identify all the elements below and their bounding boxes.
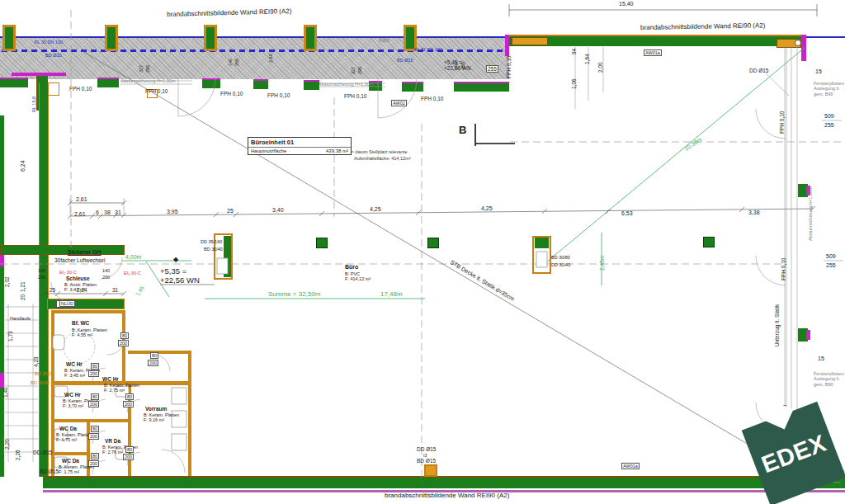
room-bfwc-sub: B: Keram. Platten F: 4,55 m²	[72, 327, 107, 338]
dim-6: 6	[96, 210, 99, 216]
dim-31-s: 31	[112, 287, 118, 293]
room-sicherer-ort: Sicherer Ort	[68, 249, 101, 256]
label-kies: Kies	[379, 37, 389, 43]
tag-aw02: AW02	[391, 100, 407, 106]
label-handlaufe: Handlaufe	[10, 316, 31, 321]
duct-label-bd3040: BD 30/40	[31, 380, 50, 385]
tag-aw01a-bottom: AW01a	[621, 463, 640, 469]
tag-nlud: NLÜD	[59, 300, 75, 307]
door-tag-200-8: 200	[148, 360, 158, 366]
dim-255-ra: 255	[824, 122, 834, 129]
dim-509-a: 509	[824, 113, 834, 120]
level-mark-top: +5,45 = +22,66 WN	[444, 59, 471, 72]
dim-624: 6,24	[20, 160, 26, 172]
fenster-note-1: Fensterpfosten Auslegung lt. gem. B90	[814, 81, 844, 97]
railing-label-1: Absturzsicherung H=1,00m	[120, 78, 176, 83]
duct-label-dd15-topright: DD Ø15	[749, 68, 768, 73]
pipe-label-rl: RL 15,8	[31, 97, 36, 112]
dim-226: 2,26	[15, 450, 21, 460]
room-vrda-title: VR Da	[105, 438, 120, 444]
wall-title-bottom: brandabschnittsbildende Wand REI90 (A2)	[385, 492, 509, 499]
duct-label-dd15-left: DD Ø15	[33, 450, 52, 455]
door-tag-200-4: 200	[123, 401, 134, 407]
fph-label-2: FPH 0,10	[145, 88, 168, 94]
dim-106-v: 1,06	[571, 78, 577, 89]
door-tag-200-7: 200	[123, 454, 134, 460]
gdim-summe: Summe = 32,50m	[268, 290, 320, 298]
dim-200-d1: 200	[38, 275, 45, 280]
dim-31: 31	[115, 210, 121, 216]
fph-label-1: FPH 0,10	[69, 86, 92, 92]
floor-plan-canvas: brandabschnittsbildende Wand REI90 (A2) …	[0, 0, 845, 504]
dim-173: 1,73	[7, 331, 13, 341]
fph-right-2: FPH 0,10	[781, 258, 786, 280]
dim-15-a: 15	[815, 68, 822, 75]
door-tag-80-3: 80	[91, 393, 99, 400]
door-tag-80-5: 80	[91, 426, 99, 432]
unit-title: Büroeinheit 01	[248, 138, 351, 148]
duct-label-dd15-bottom: DD Ø15	[417, 446, 436, 452]
door-tag-200-1: 200	[118, 340, 129, 346]
dim-94-v: 94	[571, 49, 577, 54]
dim-255-rb: 255	[826, 262, 836, 269]
unit-info-box: Büroeinheit 01 Hauptnutzfläche 439,38 m²	[248, 137, 352, 155]
fixture	[172, 388, 186, 404]
dim-200-d2: 200	[102, 275, 110, 280]
door-tag-80-6: 80	[91, 453, 99, 459]
dim-340: 3,40	[272, 207, 284, 214]
duct-label-bd2525: BD 25/25	[35, 371, 54, 376]
section-line-b	[475, 124, 515, 146]
dim-121: 1,21	[20, 281, 26, 292]
door-tag-80-4: 80	[125, 393, 134, 400]
door-arc	[378, 79, 417, 118]
door-tag-200-5: 200	[88, 433, 99, 440]
railing-label-right: Absturzsicherung h=1,00m	[808, 186, 813, 241]
pipe-label-bd15: BD Ø15	[397, 58, 413, 63]
dim-395: 3,95	[167, 209, 178, 215]
dim-295-b: 295	[357, 67, 362, 74]
fph-label-6: FPH 0,10	[421, 96, 443, 101]
column-label-1a: DD 35/160	[201, 239, 222, 244]
fph-label-4: FPH 0,10	[267, 92, 290, 98]
dim-140-d2: 140	[102, 268, 110, 273]
tag-aw01a-top: AW01a	[644, 49, 662, 56]
duct-label-bd15-left: BD Ø15	[40, 469, 59, 474]
door-tag-80-8: 80	[150, 352, 158, 359]
dim-338: 3,38	[748, 210, 760, 216]
dim-140-d1: 140	[38, 268, 45, 273]
level-mark-main: +5,35 = +22,56 WN	[160, 267, 200, 285]
door-tag-200-6: 200	[88, 460, 99, 467]
dim-255-a: 255	[234, 59, 239, 66]
door-tag-80-1: 80	[120, 332, 129, 339]
column-label-2b: DD 30/40	[551, 262, 570, 267]
fph-label-3: FPH 0,10	[220, 91, 243, 97]
fph-label-rot: FPH 0,10	[506, 56, 512, 78]
unit-note-1: -> davon Stellplatz relevante	[350, 149, 408, 154]
room-vorraum-sub: B: Keram. Platten F: 9,16 m²	[144, 412, 179, 423]
duct-box-bottom	[424, 464, 437, 477]
fixture	[172, 434, 186, 450]
room-wchr1-title: WC Hr	[66, 361, 83, 367]
dim-220: 2,20	[4, 439, 10, 450]
dim-509-b: 509	[826, 253, 836, 260]
column-label-1b: BD 30/40	[204, 247, 223, 252]
room-wcda2-title: WC Da	[62, 458, 79, 464]
door-tag-200-2: 200	[88, 370, 99, 377]
dim-164-v: 1,64	[584, 54, 590, 64]
toilet	[53, 335, 64, 350]
dim-25: 25	[227, 208, 234, 214]
fph-label-5: FPH 0,10	[344, 93, 366, 99]
gdim-245: 2,45m	[599, 256, 605, 271]
linework-layer	[0, 0, 845, 504]
dim-425-a: 4,25	[370, 206, 381, 213]
dim-15-b: 15	[818, 356, 824, 362]
room-wcda1-title: WC Da	[59, 426, 77, 431]
unit-note-2: Aufenthaltsfläche: 414,12m²	[354, 156, 411, 161]
room-bfwc-title: Bf. WC	[72, 320, 89, 326]
room-vorraum-title: Vorraum	[145, 406, 167, 412]
room-schleuse-title: Schleuse	[66, 276, 90, 281]
edex-logo-text: EDEX	[758, 429, 829, 478]
room-wcda1-sub: B: Keram. Platten F: 1,75 m²	[56, 432, 92, 443]
dim-1540: 15,40	[619, 1, 634, 7]
door-arc	[162, 450, 185, 473]
